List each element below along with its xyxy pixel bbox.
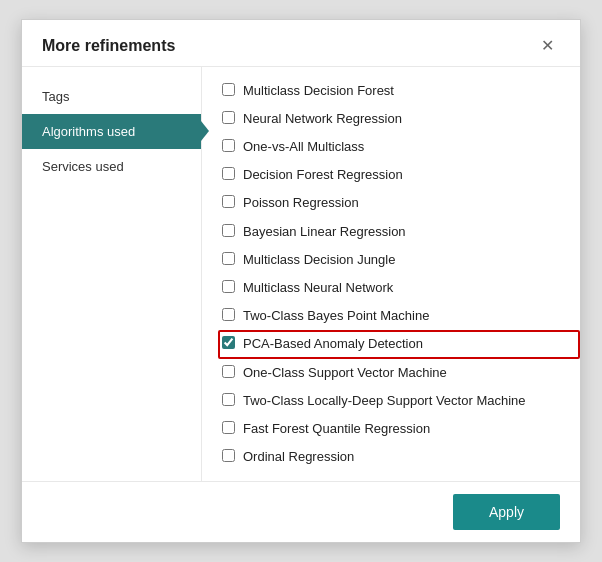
label-decision-forest-regression: Decision Forest Regression	[243, 166, 403, 184]
algorithm-item-neural-network-regression[interactable]: Neural Network Regression	[218, 105, 580, 133]
checkbox-ordinal-regression[interactable]	[222, 449, 235, 462]
label-two-class-bayes-point-machine: Two-Class Bayes Point Machine	[243, 307, 429, 325]
checkbox-two-class-bayes-point-machine[interactable]	[222, 308, 235, 321]
content-area: Multiclass Decision ForestNeural Network…	[202, 67, 580, 482]
algorithm-item-decision-forest-regression[interactable]: Decision Forest Regression	[218, 161, 580, 189]
label-ordinal-regression: Ordinal Regression	[243, 448, 354, 466]
algorithm-item-multiclass-decision-forest[interactable]: Multiclass Decision Forest	[218, 77, 580, 105]
algorithm-item-fast-forest-quantile-regression[interactable]: Fast Forest Quantile Regression	[218, 415, 580, 443]
algorithms-list[interactable]: Multiclass Decision ForestNeural Network…	[202, 67, 580, 482]
algorithm-item-two-class-locally-deep-svm[interactable]: Two-Class Locally-Deep Support Vector Ma…	[218, 387, 580, 415]
algorithm-item-two-class-bayes-point-machine[interactable]: Two-Class Bayes Point Machine	[218, 302, 580, 330]
algorithm-item-ordinal-regression[interactable]: Ordinal Regression	[218, 443, 580, 471]
label-fast-forest-quantile-regression: Fast Forest Quantile Regression	[243, 420, 430, 438]
algorithm-item-one-vs-all-multiclass[interactable]: One-vs-All Multiclass	[218, 133, 580, 161]
label-one-vs-all-multiclass: One-vs-All Multiclass	[243, 138, 364, 156]
algorithm-item-bayesian-linear-regression[interactable]: Bayesian Linear Regression	[218, 218, 580, 246]
sidebar: TagsAlgorithms usedServices used	[22, 67, 202, 482]
checkbox-two-class-locally-deep-svm[interactable]	[222, 393, 235, 406]
dialog-header: More refinements ✕	[22, 20, 580, 67]
label-two-class-locally-deep-svm: Two-Class Locally-Deep Support Vector Ma…	[243, 392, 526, 410]
checkbox-neural-network-regression[interactable]	[222, 111, 235, 124]
checkbox-one-vs-all-multiclass[interactable]	[222, 139, 235, 152]
algorithm-item-multiclass-decision-jungle[interactable]: Multiclass Decision Jungle	[218, 246, 580, 274]
checkbox-poisson-regression[interactable]	[222, 195, 235, 208]
label-multiclass-neural-network: Multiclass Neural Network	[243, 279, 393, 297]
algorithm-item-poisson-regression[interactable]: Poisson Regression	[218, 189, 580, 217]
dialog-title: More refinements	[42, 37, 175, 55]
checkbox-pca-based-anomaly-detection[interactable]	[222, 336, 235, 349]
checkbox-multiclass-neural-network[interactable]	[222, 280, 235, 293]
algorithm-item-pca-based-anomaly-detection[interactable]: PCA-Based Anomaly Detection	[218, 330, 580, 358]
algorithm-item-multiclass-neural-network[interactable]: Multiclass Neural Network	[218, 274, 580, 302]
close-button[interactable]: ✕	[535, 36, 560, 56]
checkbox-multiclass-decision-jungle[interactable]	[222, 252, 235, 265]
label-poisson-regression: Poisson Regression	[243, 194, 359, 212]
sidebar-item-tags[interactable]: Tags	[22, 79, 201, 114]
label-one-class-support-vector-machine: One-Class Support Vector Machine	[243, 364, 447, 382]
sidebar-item-services-used[interactable]: Services used	[22, 149, 201, 184]
label-multiclass-decision-forest: Multiclass Decision Forest	[243, 82, 394, 100]
checkbox-one-class-support-vector-machine[interactable]	[222, 365, 235, 378]
dialog-body: TagsAlgorithms usedServices used Multicl…	[22, 67, 580, 482]
more-refinements-dialog: More refinements ✕ TagsAlgorithms usedSe…	[21, 19, 581, 544]
dialog-footer: Apply	[22, 481, 580, 542]
label-multiclass-decision-jungle: Multiclass Decision Jungle	[243, 251, 395, 269]
apply-button[interactable]: Apply	[453, 494, 560, 530]
checkbox-bayesian-linear-regression[interactable]	[222, 224, 235, 237]
checkbox-decision-forest-regression[interactable]	[222, 167, 235, 180]
label-pca-based-anomaly-detection: PCA-Based Anomaly Detection	[243, 335, 423, 353]
checkbox-multiclass-decision-forest[interactable]	[222, 83, 235, 96]
sidebar-item-algorithms-used[interactable]: Algorithms used	[22, 114, 201, 149]
label-bayesian-linear-regression: Bayesian Linear Regression	[243, 223, 406, 241]
label-neural-network-regression: Neural Network Regression	[243, 110, 402, 128]
algorithm-item-one-class-support-vector-machine[interactable]: One-Class Support Vector Machine	[218, 359, 580, 387]
checkbox-fast-forest-quantile-regression[interactable]	[222, 421, 235, 434]
